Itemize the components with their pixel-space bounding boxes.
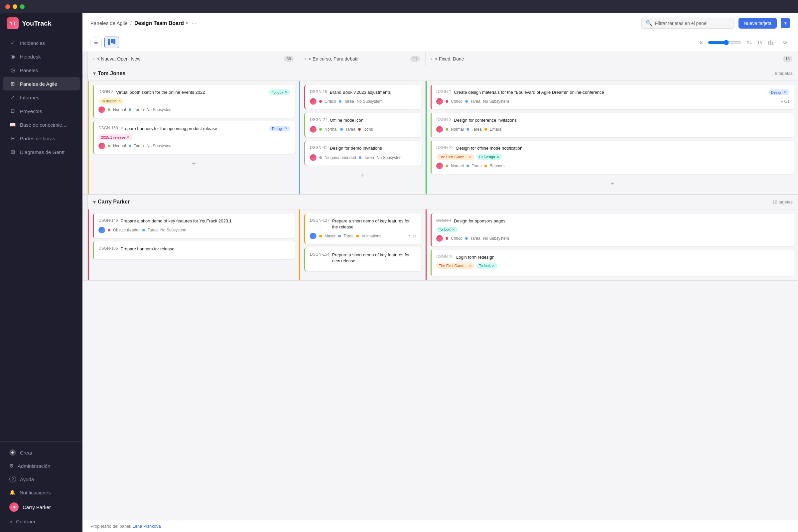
chrome-more-icon[interactable]: ⋮ — [787, 4, 793, 10]
settings-button[interactable]: ⚙ — [780, 37, 790, 48]
size-slider[interactable] — [708, 40, 741, 45]
card-counter-dsgn137: ≡ 0/1 — [408, 234, 417, 238]
card-dsgn22[interactable]: DSGN-22 Design for offline mode notifica… — [431, 141, 794, 174]
card-id-dsgn154: DSGN-154 — [310, 252, 329, 257]
type-label-dsgn27: Tarea — [345, 127, 356, 132]
notifications-icon: 🔔 — [9, 490, 16, 495]
app-logo: YT — [7, 17, 19, 29]
sidebar-item-crear[interactable]: + Crear — [3, 446, 80, 459]
tag-uidesign-dsgn22[interactable]: UI Design ✕ — [476, 154, 502, 160]
svg-rect-2 — [113, 39, 115, 44]
col-header-3[interactable]: ‹ < Fixed, Done 18 — [425, 52, 798, 66]
sidebar-user[interactable]: CP Carry Parker — [3, 499, 80, 515]
col-header-2[interactable]: ‹ < En curso, Para debatir 11 — [299, 52, 425, 66]
sidebar-nav: ✓ Incidencias ◉ Helpdesk ◎ Paneles ⊞ Pan… — [0, 33, 82, 441]
chevron-down-icon: ▾ — [186, 21, 188, 25]
breadcrumb: Paneles de Agile / Design Team Board ▾ ·… — [91, 20, 196, 26]
card-title-dsgn26: Login form redesign — [456, 254, 790, 260]
add-card-col2-tom[interactable]: + — [304, 169, 421, 182]
card-dsgn26[interactable]: DSGN-26 Login form redesign The First Ga… — [431, 250, 794, 276]
card-title-dsgn4: Design for sponsors pages — [454, 218, 790, 224]
col-header-1[interactable]: ‹ < Nueva, Open, New 36 — [88, 52, 299, 66]
card-dsgn27[interactable]: DSGN-27 Offline mode icon Normal Tarea — [304, 113, 421, 137]
breadcrumb-current[interactable]: Design Team Board ▾ — [134, 20, 188, 26]
breadcrumb-parent[interactable]: Paneles de Agile — [91, 20, 128, 26]
list-view-button[interactable]: ☰ — [91, 38, 102, 47]
new-ticket-dropdown-button[interactable]: ▾ — [781, 18, 790, 28]
type-label-dsgn41: Tarea — [364, 155, 374, 160]
swimlane-drag-handle[interactable]: ⋮⋮ — [82, 66, 88, 194]
swimlane-title-row-tom: ▾ Tom Jones 8 tarjetas — [88, 66, 798, 81]
type-dot-dsgn3 — [467, 128, 469, 131]
tag-design-dsgn2[interactable]: Design ✕ — [768, 90, 790, 95]
chart-button[interactable] — [765, 37, 777, 48]
tag-todecide-dsgn8[interactable]: To decide ✕ — [98, 98, 124, 104]
type-label-dsgn15: Tarea — [344, 99, 354, 104]
type-label-dsgn8: Tarea — [134, 108, 144, 112]
chrome-maximize-dot[interactable] — [20, 4, 25, 9]
sidebar-item-base[interactable]: 📖 Base de conocimie... — [3, 118, 80, 131]
search-input[interactable] — [655, 21, 730, 26]
tag-release-dsgn168[interactable]: 2025.1 release ✕ — [98, 134, 132, 140]
new-ticket-button[interactable]: Nueva tarjeta — [739, 18, 777, 28]
add-card-col1-tom[interactable]: + — [93, 157, 295, 170]
subsystem-label-dsgn2: No Subsystem — [483, 99, 509, 104]
card-dsgn154[interactable]: DSGN-154 Prepare a short demo of key fea… — [304, 247, 421, 271]
board-view-button[interactable] — [104, 37, 119, 48]
card-dsgn168[interactable]: DSGN-168 Prepare banners for the upcomin… — [93, 121, 295, 154]
col3-label: < Fixed, Done — [435, 56, 464, 61]
sidebar-item-informes[interactable]: ↗ Informes — [3, 91, 80, 104]
card-avatar-dsgn27 — [310, 126, 317, 133]
check-icon: ✓ — [9, 40, 16, 46]
tag-tolook-dsgn26[interactable]: To look ✕ — [476, 263, 498, 269]
main-content: Paneles de Agile / Design Team Board ▾ ·… — [82, 13, 798, 532]
tag-design-dsgn168[interactable]: Design ✕ — [269, 126, 290, 131]
search-box[interactable]: 🔍 — [641, 18, 735, 28]
sidebar-item-admin[interactable]: ⚙ Administración — [3, 459, 80, 472]
chrome-minimize-dot[interactable] — [13, 4, 17, 9]
sidebar-item-proyectos[interactable]: ⊡ Proyectos — [3, 104, 80, 118]
agile-icon: ⊞ — [9, 80, 16, 87]
priority-dot-dsgn41 — [319, 156, 322, 159]
card-title-dsgn154: Prepare a short demo of key features for… — [332, 252, 417, 264]
card-dsgn136[interactable]: DSGN-136 Prepare banners for release — [93, 241, 295, 259]
priority-dot-dsgn146 — [108, 229, 110, 231]
card-dsgn3[interactable]: DSGN-3 Design for conference invitations… — [431, 113, 794, 137]
columns-header: ‹ < Nueva, Open, New 36 ‹ < En curso, Pa… — [82, 52, 798, 66]
card-id-dsgn15: DSGN-15 — [310, 90, 327, 94]
footer-owner-link[interactable]: Lena Pishkova — [132, 524, 160, 529]
tag-firstgame-dsgn22[interactable]: The First Game... ✕ — [436, 154, 474, 160]
type-dot-dsgn168 — [129, 145, 131, 147]
sidebar-label-incidencias: Incidencias — [20, 40, 45, 46]
swimlane-drag-handle-carry[interactable]: ⋮⋮ — [82, 195, 88, 280]
sidebar-item-contraer[interactable]: « Contraer — [3, 515, 80, 528]
sidebar-item-incidencias[interactable]: ✓ Incidencias — [3, 36, 80, 50]
swimlane-toggle-tom[interactable]: ▾ — [93, 70, 96, 76]
card-dsgn8[interactable]: DSGN-8 Virtual booth sketch for the onli… — [93, 85, 295, 118]
sidebar-item-ayuda[interactable]: ? Ayuda — [3, 473, 80, 486]
sidebar-item-notif[interactable]: 🔔 Notificaciones — [3, 486, 80, 499]
sidebar-item-paneles[interactable]: ◎ Paneles — [3, 63, 80, 77]
card-dsgn15[interactable]: DSGN-15 Brand Book v.2023 adjustments Cr… — [304, 85, 421, 109]
card-dsgn146[interactable]: DSGN-146 Prepare a short demo of key fea… — [93, 213, 295, 238]
card-avatar-dsgn3 — [436, 126, 443, 133]
type-dot-dsgn4 — [465, 237, 468, 240]
sidebar-item-helpdesk[interactable]: ◉ Helpdesk — [3, 50, 80, 63]
tag-tolook-dsgn8[interactable]: To look ✕ — [269, 90, 290, 95]
breadcrumb-more-icon[interactable]: ··· — [192, 20, 196, 26]
card-dsgn4[interactable]: DSGN-4 Design for sponsors pages To look… — [431, 213, 794, 246]
card-dsgn41[interactable]: DSGN-41 Design for demo invitations Ning… — [304, 141, 421, 165]
subsystem-dot-dsgn27 — [358, 128, 361, 131]
sidebar-item-paneles-agile[interactable]: ⊞ Paneles de Agile — [3, 77, 80, 91]
sidebar-item-partes[interactable]: ⊟ Partes de horas — [3, 132, 80, 145]
add-card-col3-tom[interactable]: + — [431, 177, 794, 190]
card-counter-dsgn2: ≡ 0/1 — [781, 99, 790, 103]
swimlane-name-carry: Carry Parker — [98, 199, 130, 205]
chrome-close-dot[interactable] — [5, 4, 10, 9]
tag-firstgame-dsgn26[interactable]: The First Game... ✕ — [436, 263, 474, 269]
swimlane-toggle-carry[interactable]: ▾ — [93, 199, 96, 205]
card-dsgn2[interactable]: DSGN-2 Create design materials for the "… — [431, 85, 794, 109]
sidebar-item-diagramas[interactable]: ▤ Diagramas de Gantt — [3, 145, 80, 158]
tag-tolook-dsgn4[interactable]: To look ✕ — [436, 227, 457, 232]
card-dsgn137[interactable]: DSGN-137 Prepare a short demo of key fea… — [304, 213, 421, 244]
